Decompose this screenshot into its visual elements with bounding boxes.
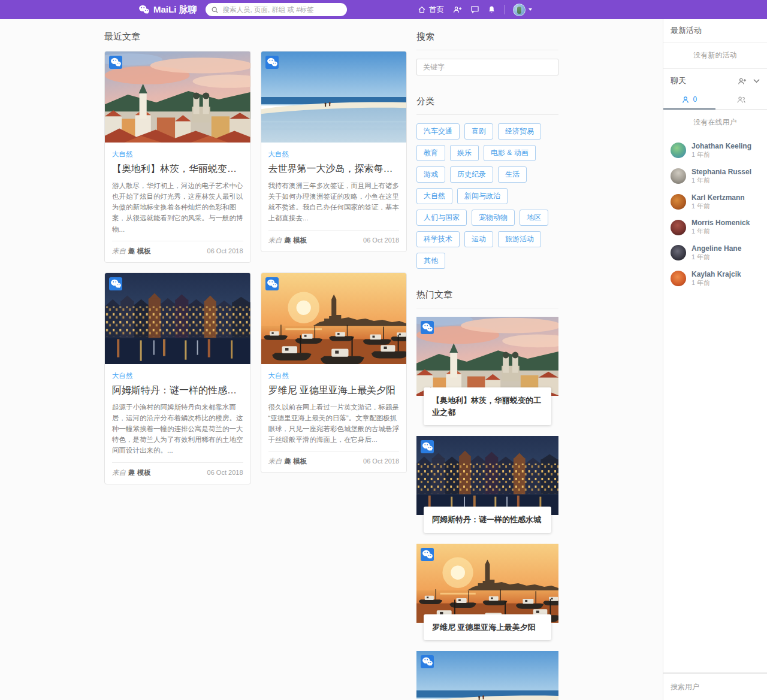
- category-tag[interactable]: 教育: [416, 145, 445, 161]
- chat-user-row[interactable]: Karl Kertzmann 1 年前: [663, 189, 767, 215]
- category-tag[interactable]: 娱乐: [450, 145, 479, 161]
- category-tag[interactable]: 人们与国家: [416, 210, 467, 226]
- sidebar-search-title: 搜索: [416, 26, 558, 50]
- chat-tabs: 0: [663, 91, 767, 110]
- person-add-icon: [452, 5, 462, 14]
- hot-article-image-sand-island[interactable]: [416, 651, 558, 700]
- tab-online-friends[interactable]: 0: [663, 91, 715, 110]
- recent-articles-section: 最近文章 大自然 【奥地利】林茨，华丽蜕变的工业之都 游人散尽，华灯初上，河边的…: [104, 26, 407, 700]
- article-image-rovinj-sunset[interactable]: [261, 273, 407, 364]
- category-tag[interactable]: 喜剧: [464, 123, 493, 140]
- chat-user-row[interactable]: Kaylah Krajcik 1 年前: [663, 266, 767, 292]
- hot-article-card[interactable]: 【奥地利】林茨，华丽蜕变的工业之都: [416, 317, 558, 425]
- article-source: 来自趣 模板: [112, 247, 151, 256]
- category-tag[interactable]: 新闻与政治: [457, 188, 508, 204]
- category-tag[interactable]: 生活: [498, 166, 527, 183]
- article-card[interactable]: 大自然 罗维尼 亚德里亚海上最美夕阳 很久以前在网上看过一片英文游记，标题是“亚…: [261, 272, 407, 474]
- category-tag[interactable]: 历史纪录: [450, 166, 493, 183]
- global-search-input[interactable]: [222, 5, 341, 14]
- user-last-seen: 1 年前: [691, 279, 741, 287]
- article-card[interactable]: 大自然 【奥地利】林茨，华丽蜕变的工业之都 游人散尽，华灯初上，河边的电子艺术中…: [104, 51, 251, 263]
- article-image-linz-sunset[interactable]: [105, 51, 250, 143]
- hot-article-title[interactable]: 【奥地利】林茨，华丽蜕变的工业之都: [424, 387, 551, 425]
- hot-article-card[interactable]: 去世界第一大沙岛，探索每一粒沙子的奇迹: [416, 651, 558, 700]
- hot-article-image-amsterdam-night[interactable]: [416, 436, 558, 515]
- keyword-search-input[interactable]: [416, 59, 558, 75]
- category-tag[interactable]: 运动: [464, 231, 493, 247]
- nav-friend-requests[interactable]: [452, 5, 462, 14]
- article-title-link[interactable]: 罗维尼 亚德里亚海上最美夕阳: [268, 384, 400, 397]
- wechat-badge-icon: [109, 277, 122, 290]
- user-name: Angeline Hane: [691, 244, 741, 253]
- nav-messages[interactable]: [470, 5, 479, 14]
- article-title-link[interactable]: 【奥地利】林茨，华丽蜕变的工业之都: [112, 163, 243, 175]
- category-tag[interactable]: 地区: [520, 210, 548, 226]
- category-tag[interactable]: 汽车交通: [416, 123, 460, 140]
- article-date: 06 Oct 2018: [207, 247, 243, 254]
- tab-groups[interactable]: [715, 91, 767, 109]
- article-excerpt: 游人散尽，华灯初上，河边的电子艺术中心也开始了炫目的灯光秀，这座林茨人最引以为傲…: [112, 180, 243, 235]
- hot-article-card[interactable]: 罗维尼 亚德里亚海上最美夕阳: [416, 544, 558, 641]
- chat-user-row[interactable]: Angeline Hane 1 年前: [663, 240, 767, 266]
- wechat-logo-icon: [138, 4, 150, 16]
- wechat-badge-icon: [421, 440, 434, 453]
- user-avatar: [513, 4, 526, 16]
- nav-account-menu[interactable]: [513, 4, 532, 16]
- article-category-link[interactable]: 大自然: [112, 372, 133, 379]
- category-tag[interactable]: 其他: [416, 253, 445, 269]
- chat-user-row[interactable]: Johathan Keeling 1 年前: [663, 138, 767, 163]
- hot-articles-title: 热门文章: [416, 284, 558, 308]
- article-category-link[interactable]: 大自然: [112, 150, 133, 157]
- article-image-sand-island[interactable]: [261, 51, 407, 143]
- hot-article-title[interactable]: 罗维尼 亚德里亚海上最美夕阳: [424, 614, 551, 641]
- latest-activity-title: 最新活动: [663, 19, 767, 43]
- global-search: [206, 3, 347, 16]
- avatar: [671, 245, 686, 260]
- chat-user-search-input[interactable]: [663, 674, 767, 700]
- article-title-link[interactable]: 去世界第一大沙岛，探索每一粒沙子的奇迹: [268, 163, 400, 175]
- category-tag[interactable]: 大自然: [416, 188, 452, 204]
- app-logo[interactable]: MaiLi 脉聊: [138, 4, 197, 16]
- page-body: 最近文章 大自然 【奥地利】林茨，华丽蜕变的工业之都 游人散尽，华灯初上，河边的…: [0, 19, 663, 700]
- online-count: 0: [693, 95, 697, 104]
- category-tag[interactable]: 科学技术: [416, 231, 460, 247]
- hot-article-title[interactable]: 阿姆斯特丹：谜一样的性感水城: [424, 507, 551, 533]
- article-excerpt: 很久以前在网上看过一片英文游记，标题是“亚德里亚海上最美的日落”。文章配图极抓眼…: [268, 402, 400, 446]
- category-tag[interactable]: 经济贸易: [498, 123, 541, 140]
- article-excerpt: 我持有澳洲三年多次签证，而且网上有诸多关于如何办理澳洲签证的攻略，小鱼在这里就不…: [268, 180, 400, 224]
- hot-article-image-linz-sunset[interactable]: [416, 317, 558, 396]
- create-group-icon[interactable]: [736, 77, 747, 85]
- search-icon: [212, 7, 218, 13]
- article-source: 来自趣 模板: [268, 236, 307, 245]
- activity-chat-panel: 最新活动 没有新的活动 聊天 0 没有在线用户 Johathan Keeling…: [663, 19, 767, 673]
- article-title-link[interactable]: 阿姆斯特丹：谜一样的性感水城: [112, 384, 243, 397]
- hot-article-card[interactable]: 阿姆斯特丹：谜一样的性感水城: [416, 436, 558, 533]
- category-tag[interactable]: 电影 & 动画: [484, 145, 536, 161]
- user-last-seen: 1 年前: [691, 228, 750, 236]
- nav-notifications[interactable]: [488, 5, 496, 14]
- category-tag[interactable]: 旅游活动: [498, 231, 541, 247]
- nav-divider: [504, 5, 505, 14]
- top-nav-icons: 首页: [418, 4, 532, 16]
- chat-user-row[interactable]: Morris Homenick 1 年前: [663, 214, 767, 240]
- article-card[interactable]: 大自然 阿姆斯特丹：谜一样的性感水城 起源于小渔村的阿姆斯特丹向来都靠水而居，运…: [104, 272, 251, 484]
- user-name: Johathan Keeling: [691, 142, 751, 151]
- avatar: [671, 220, 686, 235]
- category-tag[interactable]: 宠物动物: [472, 210, 515, 226]
- chat-user-row[interactable]: Stephania Russel 1 年前: [663, 163, 767, 189]
- article-date: 06 Oct 2018: [207, 469, 243, 476]
- categories-title: 分类: [416, 91, 558, 115]
- category-tag[interactable]: 游戏: [416, 166, 445, 183]
- article-category-link[interactable]: 大自然: [268, 372, 289, 379]
- right-sidebar: 搜索 分类 汽车交通 喜剧 经济贸易 教育 娱乐 电影 & 动画 游戏 历史纪录…: [416, 26, 558, 700]
- user-last-seen: 1 年前: [691, 202, 745, 211]
- avatar: [671, 271, 686, 286]
- chevron-down-icon[interactable]: [753, 78, 760, 83]
- hot-article-image-rovinj-sunset[interactable]: [416, 544, 558, 623]
- no-activity-text: 没有新的活动: [663, 43, 767, 69]
- article-image-amsterdam-night[interactable]: [105, 273, 250, 364]
- article-category-link[interactable]: 大自然: [268, 150, 289, 157]
- article-card[interactable]: 大自然 去世界第一大沙岛，探索每一粒沙子的奇迹 我持有澳洲三年多次签证，而且网上…: [261, 51, 407, 252]
- chevron-down-icon: [529, 8, 532, 11]
- nav-home[interactable]: 首页: [418, 5, 444, 15]
